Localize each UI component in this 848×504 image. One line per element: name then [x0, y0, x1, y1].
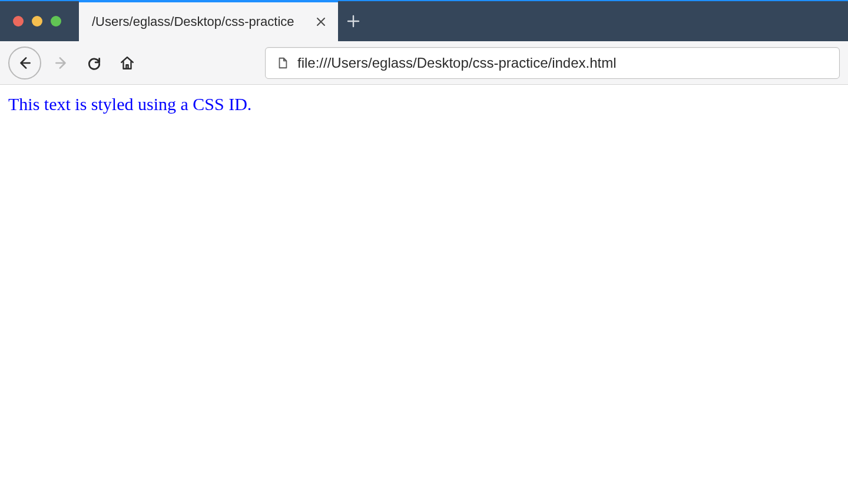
- browser-window: /Users/eglass/Desktop/css-practice: [0, 0, 848, 504]
- addressbar[interactable]: file:///Users/eglass/Desktop/css-practic…: [265, 47, 840, 79]
- plus-icon: [347, 15, 360, 28]
- close-window-button[interactable]: [13, 16, 24, 26]
- reload-icon: [87, 55, 102, 71]
- tab-title: /Users/eglass/Desktop/css-practice: [92, 14, 307, 29]
- arrow-right-icon: [54, 55, 69, 71]
- page-content: This text is styled using a CSS ID.: [0, 85, 848, 504]
- reload-button[interactable]: [81, 50, 107, 76]
- window-controls: [0, 1, 79, 41]
- url-text: file:///Users/eglass/Desktop/css-practic…: [297, 55, 829, 71]
- tab-active[interactable]: /Users/eglass/Desktop/css-practice: [79, 1, 338, 41]
- titlebar: /Users/eglass/Desktop/css-practice: [0, 0, 848, 41]
- tabs: /Users/eglass/Desktop/css-practice: [79, 1, 369, 41]
- minimize-window-button[interactable]: [32, 16, 42, 26]
- document-icon: [276, 57, 289, 69]
- close-icon: [316, 17, 326, 26]
- new-tab-button[interactable]: [338, 1, 369, 41]
- maximize-window-button[interactable]: [51, 16, 61, 26]
- back-button[interactable]: [8, 47, 41, 79]
- toolbar: file:///Users/eglass/Desktop/css-practic…: [0, 41, 848, 85]
- arrow-left-icon: [17, 55, 32, 71]
- forward-button[interactable]: [48, 50, 74, 76]
- home-icon: [120, 55, 135, 71]
- home-button[interactable]: [114, 50, 140, 76]
- close-tab-button[interactable]: [314, 15, 327, 28]
- addressbar-wrap: file:///Users/eglass/Desktop/css-practic…: [265, 47, 840, 79]
- page-body-text: This text is styled using a CSS ID.: [8, 94, 840, 114]
